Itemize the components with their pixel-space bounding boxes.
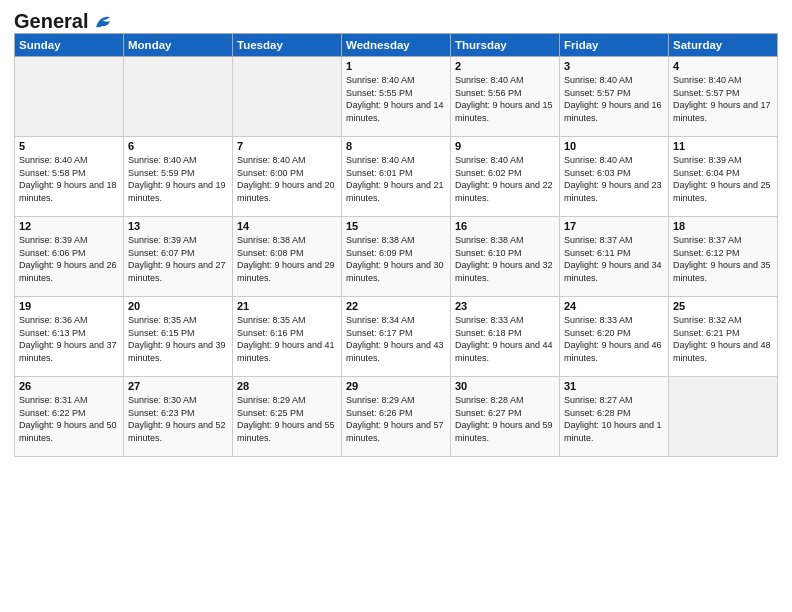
week-row-3: 12Sunrise: 8:39 AM Sunset: 6:06 PM Dayli… [15, 217, 778, 297]
calendar-cell [124, 57, 233, 137]
day-number: 7 [237, 140, 337, 152]
day-info: Sunrise: 8:40 AM Sunset: 5:55 PM Dayligh… [346, 74, 446, 124]
day-info: Sunrise: 8:30 AM Sunset: 6:23 PM Dayligh… [128, 394, 228, 444]
day-info: Sunrise: 8:29 AM Sunset: 6:25 PM Dayligh… [237, 394, 337, 444]
calendar-cell [15, 57, 124, 137]
calendar-cell: 13Sunrise: 8:39 AM Sunset: 6:07 PM Dayli… [124, 217, 233, 297]
calendar-cell: 3Sunrise: 8:40 AM Sunset: 5:57 PM Daylig… [560, 57, 669, 137]
day-info: Sunrise: 8:35 AM Sunset: 6:15 PM Dayligh… [128, 314, 228, 364]
calendar-cell: 11Sunrise: 8:39 AM Sunset: 6:04 PM Dayli… [669, 137, 778, 217]
calendar-cell: 9Sunrise: 8:40 AM Sunset: 6:02 PM Daylig… [451, 137, 560, 217]
day-number: 4 [673, 60, 773, 72]
weekday-header-tuesday: Tuesday [233, 34, 342, 57]
day-number: 26 [19, 380, 119, 392]
day-number: 31 [564, 380, 664, 392]
weekday-header-wednesday: Wednesday [342, 34, 451, 57]
calendar-cell: 23Sunrise: 8:33 AM Sunset: 6:18 PM Dayli… [451, 297, 560, 377]
day-info: Sunrise: 8:27 AM Sunset: 6:28 PM Dayligh… [564, 394, 664, 444]
week-row-4: 19Sunrise: 8:36 AM Sunset: 6:13 PM Dayli… [15, 297, 778, 377]
day-number: 8 [346, 140, 446, 152]
week-row-1: 1Sunrise: 8:40 AM Sunset: 5:55 PM Daylig… [15, 57, 778, 137]
calendar-cell: 6Sunrise: 8:40 AM Sunset: 5:59 PM Daylig… [124, 137, 233, 217]
day-number: 1 [346, 60, 446, 72]
calendar-cell: 7Sunrise: 8:40 AM Sunset: 6:00 PM Daylig… [233, 137, 342, 217]
day-info: Sunrise: 8:39 AM Sunset: 6:06 PM Dayligh… [19, 234, 119, 284]
day-number: 16 [455, 220, 555, 232]
day-number: 21 [237, 300, 337, 312]
calendar-cell: 8Sunrise: 8:40 AM Sunset: 6:01 PM Daylig… [342, 137, 451, 217]
day-number: 2 [455, 60, 555, 72]
page-container: General SundayMondayTuesdayWednesdayThur… [0, 0, 792, 467]
day-number: 19 [19, 300, 119, 312]
logo-bird-icon [92, 13, 114, 31]
day-number: 25 [673, 300, 773, 312]
calendar-cell [669, 377, 778, 457]
day-number: 18 [673, 220, 773, 232]
calendar-cell [233, 57, 342, 137]
calendar-cell: 24Sunrise: 8:33 AM Sunset: 6:20 PM Dayli… [560, 297, 669, 377]
day-number: 13 [128, 220, 228, 232]
logo: General [14, 10, 114, 27]
day-number: 9 [455, 140, 555, 152]
weekday-header-thursday: Thursday [451, 34, 560, 57]
day-number: 23 [455, 300, 555, 312]
week-row-5: 26Sunrise: 8:31 AM Sunset: 6:22 PM Dayli… [15, 377, 778, 457]
day-info: Sunrise: 8:39 AM Sunset: 6:04 PM Dayligh… [673, 154, 773, 204]
calendar-cell: 30Sunrise: 8:28 AM Sunset: 6:27 PM Dayli… [451, 377, 560, 457]
calendar-cell: 5Sunrise: 8:40 AM Sunset: 5:58 PM Daylig… [15, 137, 124, 217]
calendar-cell: 12Sunrise: 8:39 AM Sunset: 6:06 PM Dayli… [15, 217, 124, 297]
day-info: Sunrise: 8:40 AM Sunset: 5:59 PM Dayligh… [128, 154, 228, 204]
day-number: 5 [19, 140, 119, 152]
calendar-cell: 10Sunrise: 8:40 AM Sunset: 6:03 PM Dayli… [560, 137, 669, 217]
day-info: Sunrise: 8:38 AM Sunset: 6:10 PM Dayligh… [455, 234, 555, 284]
day-number: 22 [346, 300, 446, 312]
calendar-cell: 20Sunrise: 8:35 AM Sunset: 6:15 PM Dayli… [124, 297, 233, 377]
calendar-cell: 16Sunrise: 8:38 AM Sunset: 6:10 PM Dayli… [451, 217, 560, 297]
day-number: 29 [346, 380, 446, 392]
day-info: Sunrise: 8:40 AM Sunset: 5:57 PM Dayligh… [564, 74, 664, 124]
weekday-header-saturday: Saturday [669, 34, 778, 57]
day-info: Sunrise: 8:40 AM Sunset: 5:58 PM Dayligh… [19, 154, 119, 204]
day-number: 20 [128, 300, 228, 312]
day-number: 12 [19, 220, 119, 232]
header: General [14, 10, 778, 27]
day-number: 11 [673, 140, 773, 152]
calendar-cell: 28Sunrise: 8:29 AM Sunset: 6:25 PM Dayli… [233, 377, 342, 457]
calendar-cell: 27Sunrise: 8:30 AM Sunset: 6:23 PM Dayli… [124, 377, 233, 457]
day-info: Sunrise: 8:39 AM Sunset: 6:07 PM Dayligh… [128, 234, 228, 284]
day-info: Sunrise: 8:40 AM Sunset: 6:03 PM Dayligh… [564, 154, 664, 204]
day-info: Sunrise: 8:38 AM Sunset: 6:09 PM Dayligh… [346, 234, 446, 284]
day-info: Sunrise: 8:35 AM Sunset: 6:16 PM Dayligh… [237, 314, 337, 364]
day-info: Sunrise: 8:40 AM Sunset: 5:56 PM Dayligh… [455, 74, 555, 124]
day-info: Sunrise: 8:38 AM Sunset: 6:08 PM Dayligh… [237, 234, 337, 284]
calendar-cell: 19Sunrise: 8:36 AM Sunset: 6:13 PM Dayli… [15, 297, 124, 377]
day-number: 17 [564, 220, 664, 232]
weekday-header-monday: Monday [124, 34, 233, 57]
day-number: 30 [455, 380, 555, 392]
calendar-cell: 21Sunrise: 8:35 AM Sunset: 6:16 PM Dayli… [233, 297, 342, 377]
day-info: Sunrise: 8:34 AM Sunset: 6:17 PM Dayligh… [346, 314, 446, 364]
day-number: 15 [346, 220, 446, 232]
day-info: Sunrise: 8:32 AM Sunset: 6:21 PM Dayligh… [673, 314, 773, 364]
day-info: Sunrise: 8:31 AM Sunset: 6:22 PM Dayligh… [19, 394, 119, 444]
calendar-cell: 25Sunrise: 8:32 AM Sunset: 6:21 PM Dayli… [669, 297, 778, 377]
week-row-2: 5Sunrise: 8:40 AM Sunset: 5:58 PM Daylig… [15, 137, 778, 217]
day-number: 10 [564, 140, 664, 152]
day-info: Sunrise: 8:37 AM Sunset: 6:11 PM Dayligh… [564, 234, 664, 284]
day-info: Sunrise: 8:40 AM Sunset: 6:02 PM Dayligh… [455, 154, 555, 204]
weekday-header-sunday: Sunday [15, 34, 124, 57]
calendar-cell: 14Sunrise: 8:38 AM Sunset: 6:08 PM Dayli… [233, 217, 342, 297]
day-info: Sunrise: 8:40 AM Sunset: 6:01 PM Dayligh… [346, 154, 446, 204]
weekday-header-friday: Friday [560, 34, 669, 57]
day-number: 27 [128, 380, 228, 392]
calendar-cell: 1Sunrise: 8:40 AM Sunset: 5:55 PM Daylig… [342, 57, 451, 137]
weekday-header-row: SundayMondayTuesdayWednesdayThursdayFrid… [15, 34, 778, 57]
day-number: 14 [237, 220, 337, 232]
logo-text: General [14, 10, 88, 33]
day-number: 6 [128, 140, 228, 152]
calendar-cell: 26Sunrise: 8:31 AM Sunset: 6:22 PM Dayli… [15, 377, 124, 457]
calendar-cell: 15Sunrise: 8:38 AM Sunset: 6:09 PM Dayli… [342, 217, 451, 297]
calendar-cell: 22Sunrise: 8:34 AM Sunset: 6:17 PM Dayli… [342, 297, 451, 377]
calendar-table: SundayMondayTuesdayWednesdayThursdayFrid… [14, 33, 778, 457]
calendar-cell: 18Sunrise: 8:37 AM Sunset: 6:12 PM Dayli… [669, 217, 778, 297]
